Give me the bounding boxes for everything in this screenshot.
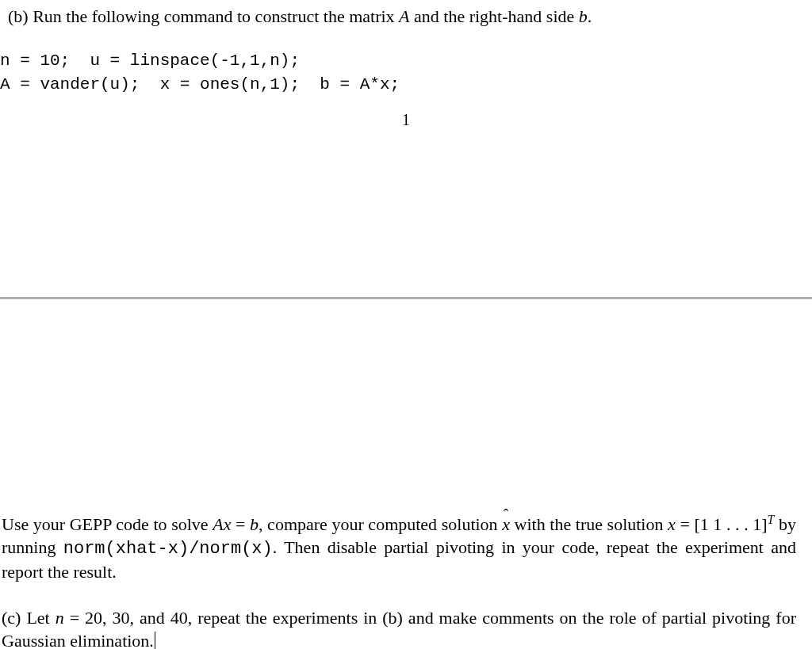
page: (b) Run the following command to constru… [0, 0, 812, 649]
code-block: n = 10; u = linspace(-1,1,n); A = vander… [0, 49, 796, 97]
page-number: 1 [0, 111, 812, 129]
part-b-label: (b) [8, 5, 29, 29]
code-line-2: A = vander(u); x = ones(n,1); b = A*x; [0, 75, 400, 94]
text-cursor [155, 632, 155, 649]
part-b-text-3: . [588, 6, 592, 26]
lower-paragraph: Use your GEPP code to solve Ax = b, comp… [2, 513, 796, 583]
norm-code: norm(xhat-x)/norm(x) [63, 539, 273, 559]
lower-seg3: with the true solution [510, 514, 668, 534]
part-b-text-1: Run the following command to construct t… [33, 6, 399, 26]
x-hat: x [502, 513, 510, 536]
part-b-text-2: and the right-hand side [410, 6, 579, 26]
b2: b [250, 514, 259, 534]
part-c-label: (c) [2, 608, 21, 628]
Ax: Ax [213, 514, 231, 534]
x: x [668, 514, 676, 534]
part-b-prompt: (b) Run the following command to constru… [8, 5, 796, 29]
part-c-seg2: = 20, 30, and 40, repeat the experiments… [2, 608, 796, 649]
n-var: n [56, 608, 64, 628]
part-c-prompt: (c) Let n = 20, 30, and 40, repeat the e… [2, 606, 796, 649]
lower-seg2: , compare your computed solution [259, 514, 502, 534]
page-divider [0, 297, 812, 300]
vector-b: b [579, 6, 588, 26]
part-c-seg1: Let [21, 608, 55, 628]
matrix-A: A [399, 6, 409, 26]
eq2: = [1 1 . . . 1] [676, 514, 768, 534]
code-line-1: n = 10; u = linspace(-1,1,n); [0, 52, 300, 70]
lower-seg1: Use your GEPP code to solve [2, 514, 213, 534]
eq1: = [231, 514, 250, 534]
